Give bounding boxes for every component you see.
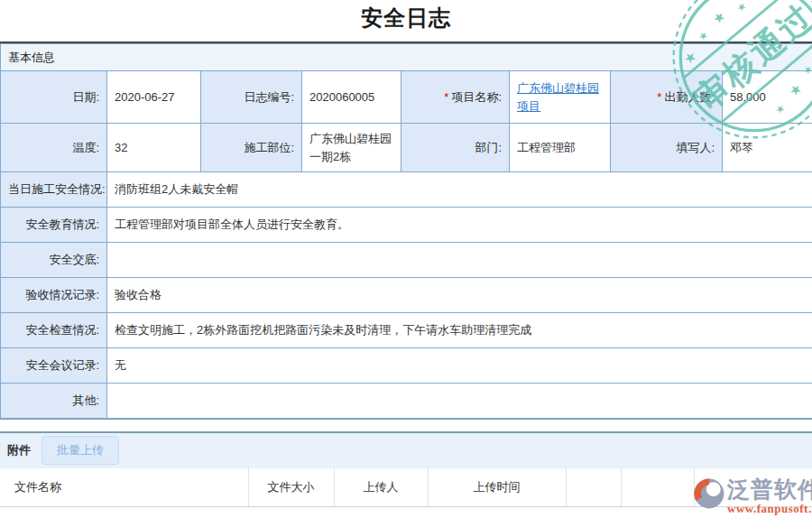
safety-meeting-value: 无: [107, 348, 812, 384]
today-safety-value: 消防班组2人未戴安全帽: [107, 172, 812, 208]
date-label: 日期:: [1, 71, 107, 124]
project-name-label: *项目名称:: [401, 71, 510, 124]
table-row: 安全检查情况: 检查文明施工，2栋外路面挖机把路面污染未及时清理，下午请水车助理…: [1, 313, 812, 348]
fanpu-logo-icon: [693, 477, 725, 510]
table-row: 温度: 32 施工部位: 广东佛山碧桂园一期2栋 部门: 工程管理部 填写人: …: [1, 124, 812, 172]
safety-education-label: 安全教育情况:: [1, 208, 107, 243]
attachments-bar: 附件 批量上传: [0, 433, 812, 467]
safety-education-value: 工程管理部对项目部全体人员进行安全教育。: [107, 208, 812, 243]
fanpu-logo-name: 泛普软件: [727, 477, 812, 501]
construction-part-label: 施工部位:: [201, 124, 302, 172]
today-safety-label: 当日施工安全情况:: [1, 172, 107, 208]
other-label: 其他:: [1, 384, 107, 419]
safety-inspection-label: 安全检查情况:: [1, 313, 107, 348]
safety-disclosure-value: [107, 243, 812, 278]
fanpu-logo-url: www.fanpusoft.com: [727, 502, 812, 516]
attachments-title: 附件: [7, 442, 31, 458]
safety-meeting-label: 安全会议记录:: [1, 348, 107, 384]
table-row: 安全教育情况: 工程管理部对项目部全体人员进行安全教育。: [1, 208, 812, 243]
table-row: 当日施工安全情况: 消防班组2人未戴安全帽: [1, 172, 812, 208]
attachments-table: 文件名称 文件大小 上传人 上传时间: [0, 467, 812, 507]
page-title: 安全日志: [0, 4, 812, 32]
col-header-uploader: 上传人: [334, 468, 428, 507]
basic-info-panel: 基本信息 日期: 2020-06-27 日志编号: 2020060005 *项目…: [0, 42, 812, 420]
col-header-empty: [566, 468, 621, 507]
safety-disclosure-label: 安全交底:: [1, 243, 107, 278]
project-link[interactable]: 广东佛山碧桂园项目: [517, 81, 599, 113]
department-label: 部门:: [401, 124, 510, 172]
project-name-value: 广东佛山碧桂园项目: [510, 71, 611, 124]
col-header-empty: [621, 468, 694, 507]
log-no-value: 2020060005: [302, 71, 401, 124]
acceptance-record-label: 验收情况记录:: [1, 278, 107, 313]
required-mark: *: [444, 90, 448, 104]
safety-inspection-value: 检查文明施工，2栋外路面挖机把路面污染未及时清理，下午请水车助理清理完成: [107, 313, 812, 348]
col-header-file-size: 文件大小: [248, 468, 334, 507]
table-row: 安全交底:: [1, 243, 812, 278]
col-header-upload-time: 上传时间: [428, 468, 566, 507]
basic-info-table: 基本信息 日期: 2020-06-27 日志编号: 2020060005 *项目…: [0, 43, 812, 419]
batch-upload-button[interactable]: 批量上传: [42, 436, 119, 465]
required-mark: *: [657, 90, 661, 104]
table-row: 安全会议记录: 无: [1, 348, 812, 384]
filler-label: 填写人:: [611, 124, 723, 172]
section-title-basic-info: 基本信息: [1, 44, 812, 71]
table-row: 验收情况记录: 验收合格: [1, 278, 812, 313]
acceptance-record-value: 验收合格: [107, 278, 812, 313]
log-no-label: 日志编号:: [201, 71, 302, 124]
attendance-value: 58.000: [723, 71, 812, 124]
date-value: 2020-06-27: [107, 71, 201, 124]
temperature-label: 温度:: [1, 124, 107, 172]
temperature-value: 32: [107, 124, 201, 172]
attachments-panel: 附件 批量上传 文件名称 文件大小 上传人 上传时间: [0, 431, 812, 507]
fanpu-logo: 泛普软件 www.fanpusoft.com: [693, 477, 812, 516]
filler-value: 邓琴: [723, 124, 812, 172]
construction-part-value: 广东佛山碧桂园一期2栋: [302, 124, 401, 172]
attendance-label: *出勤人数:: [611, 71, 723, 124]
other-value: [107, 384, 812, 419]
department-value: 工程管理部: [510, 124, 611, 172]
table-row: 日期: 2020-06-27 日志编号: 2020060005 *项目名称: 广…: [1, 71, 812, 124]
attachments-header-row: 文件名称 文件大小 上传人 上传时间: [0, 468, 812, 507]
col-header-file-name: 文件名称: [0, 468, 248, 507]
table-row: 其他:: [1, 384, 812, 419]
